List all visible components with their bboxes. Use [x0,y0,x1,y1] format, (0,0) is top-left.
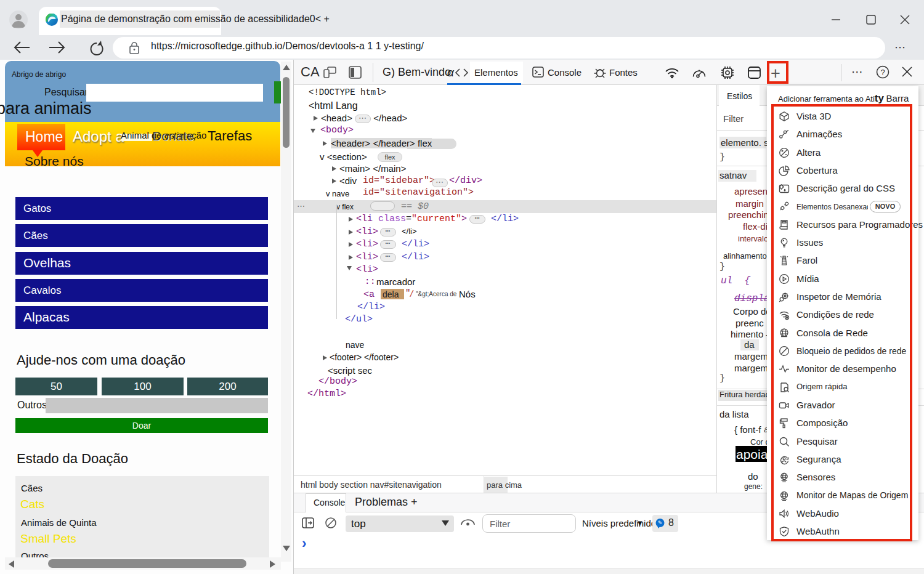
svg-text:✎: ✎ [658,520,663,526]
svg-text:?: ? [880,68,885,77]
